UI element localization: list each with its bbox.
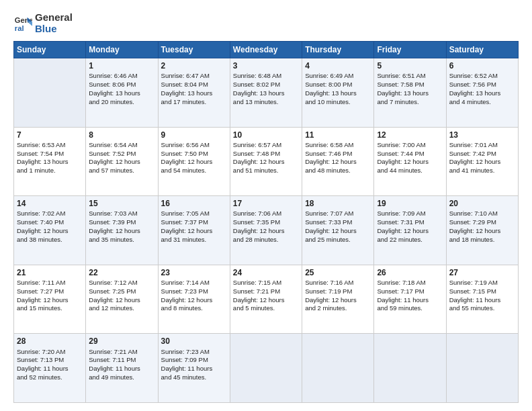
day-info: Sunrise: 7:06 AM — [233, 210, 299, 218]
day-number: 13 — [449, 130, 515, 140]
calendar-week-row: 14Sunrise: 7:02 AMSunset: 7:40 PMDayligh… — [14, 196, 519, 265]
day-info: Daylight: 11 hours — [17, 365, 83, 373]
day-number: 11 — [305, 130, 371, 140]
day-info: Sunrise: 7:15 AM — [233, 279, 299, 287]
day-info: Sunset: 7:44 PM — [377, 150, 443, 158]
day-info: and 5 minutes. — [233, 304, 299, 313]
day-number: 17 — [233, 198, 299, 209]
day-info: Daylight: 13 hours — [305, 89, 371, 98]
day-info: Sunrise: 7:11 AM — [17, 279, 83, 287]
day-info: Sunrise: 7:07 AM — [305, 210, 371, 218]
day-info: Sunset: 7:48 PM — [233, 150, 299, 158]
calendar-header-wednesday: Wednesday — [230, 42, 302, 58]
day-info: Sunrise: 7:23 AM — [161, 348, 227, 357]
day-number: 6 — [449, 60, 515, 71]
calendar-cell: 28Sunrise: 7:20 AMSunset: 7:13 PMDayligh… — [14, 334, 86, 403]
day-info: Sunrise: 6:56 AM — [161, 141, 227, 150]
header: Gene ral General Blue — [13, 12, 519, 34]
calendar-cell — [302, 334, 374, 403]
day-info: Sunset: 7:33 PM — [305, 218, 371, 227]
day-info: Sunrise: 6:46 AM — [89, 72, 154, 81]
day-number: 27 — [449, 267, 515, 278]
calendar-week-row: 21Sunrise: 7:11 AMSunset: 7:27 PMDayligh… — [14, 265, 519, 334]
day-info: Daylight: 12 hours — [305, 296, 371, 305]
day-info: Daylight: 11 hours — [377, 296, 443, 305]
calendar-header-tuesday: Tuesday — [158, 42, 230, 58]
calendar-cell: 7Sunrise: 6:53 AMSunset: 7:54 PMDaylight… — [14, 127, 86, 196]
calendar-cell: 3Sunrise: 6:48 AMSunset: 8:02 PMDaylight… — [230, 58, 302, 128]
day-info: and 12 minutes. — [89, 304, 154, 313]
day-number: 19 — [377, 198, 443, 209]
calendar-cell: 4Sunrise: 6:49 AMSunset: 8:00 PMDaylight… — [302, 58, 374, 128]
calendar-header-friday: Friday — [374, 42, 446, 58]
day-info: Sunset: 7:39 PM — [89, 218, 154, 227]
calendar-cell: 18Sunrise: 7:07 AMSunset: 7:33 PMDayligh… — [302, 196, 374, 265]
calendar-cell — [14, 58, 86, 128]
day-info: Sunrise: 7:19 AM — [449, 279, 515, 287]
day-info: Sunrise: 7:01 AM — [449, 141, 515, 150]
day-info: Sunset: 7:19 PM — [305, 287, 371, 296]
day-number: 10 — [233, 130, 299, 140]
day-number: 2 — [161, 60, 227, 71]
day-info: Daylight: 13 hours — [233, 89, 299, 98]
day-info: Sunrise: 7:10 AM — [449, 210, 515, 218]
calendar-cell: 8Sunrise: 6:54 AMSunset: 7:52 PMDaylight… — [86, 127, 158, 196]
day-number: 24 — [233, 267, 299, 278]
calendar-cell: 26Sunrise: 7:18 AMSunset: 7:17 PMDayligh… — [374, 265, 446, 334]
day-info: and 8 minutes. — [161, 304, 227, 313]
day-info: and 1 minute. — [17, 167, 83, 175]
day-info: and 48 minutes. — [305, 167, 371, 175]
day-info: and 41 minutes. — [449, 167, 515, 175]
day-info: Daylight: 12 hours — [161, 296, 227, 305]
day-info: and 2 minutes. — [305, 304, 371, 313]
day-info: Daylight: 11 hours — [449, 296, 515, 305]
day-info: Sunrise: 6:58 AM — [305, 141, 371, 150]
day-info: and 45 minutes. — [161, 373, 227, 382]
day-info: Sunrise: 7:20 AM — [17, 348, 83, 357]
day-info: Sunset: 7:29 PM — [449, 218, 515, 227]
day-info: Sunset: 7:15 PM — [449, 287, 515, 296]
day-info: Daylight: 13 hours — [17, 158, 83, 167]
day-info: Daylight: 12 hours — [161, 227, 227, 236]
day-number: 28 — [17, 336, 83, 347]
day-number: 12 — [377, 130, 443, 140]
day-number: 30 — [161, 336, 227, 347]
day-info: Sunrise: 6:53 AM — [17, 141, 83, 150]
day-info: Daylight: 13 hours — [449, 89, 515, 98]
day-info: Daylight: 12 hours — [233, 296, 299, 305]
calendar-cell: 30Sunrise: 7:23 AMSunset: 7:09 PMDayligh… — [158, 334, 230, 403]
day-info: Sunrise: 7:00 AM — [377, 141, 443, 150]
calendar-cell — [446, 334, 518, 403]
day-info: and 13 minutes. — [233, 98, 299, 107]
day-info: Sunrise: 7:21 AM — [89, 348, 154, 357]
day-info: and 28 minutes. — [233, 236, 299, 244]
calendar-cell — [230, 334, 302, 403]
day-info: Sunset: 7:17 PM — [377, 287, 443, 296]
calendar-cell — [374, 334, 446, 403]
day-info: and 54 minutes. — [161, 167, 227, 175]
day-info: Sunrise: 7:18 AM — [377, 279, 443, 287]
page: Gene ral General Blue SundayMondayTuesda… — [0, 0, 532, 411]
day-info: Daylight: 12 hours — [89, 158, 154, 167]
day-info: and 10 minutes. — [305, 98, 371, 107]
calendar-header-row: SundayMondayTuesdayWednesdayThursdayFrid… — [14, 42, 519, 58]
day-info: and 59 minutes. — [377, 304, 443, 313]
calendar-cell: 13Sunrise: 7:01 AMSunset: 7:42 PMDayligh… — [446, 127, 518, 196]
day-info: Sunset: 7:21 PM — [233, 287, 299, 296]
day-info: Sunset: 8:00 PM — [305, 81, 371, 89]
logo-text-line1: General — [35, 12, 73, 24]
day-info: Daylight: 12 hours — [449, 227, 515, 236]
calendar-cell: 25Sunrise: 7:16 AMSunset: 7:19 PMDayligh… — [302, 265, 374, 334]
calendar-cell: 11Sunrise: 6:58 AMSunset: 7:46 PMDayligh… — [302, 127, 374, 196]
day-info: and 31 minutes. — [161, 236, 227, 244]
day-info: Daylight: 12 hours — [89, 227, 154, 236]
svg-text:ral: ral — [15, 24, 24, 32]
calendar-cell: 19Sunrise: 7:09 AMSunset: 7:31 PMDayligh… — [374, 196, 446, 265]
calendar-header-sunday: Sunday — [14, 42, 86, 58]
day-number: 22 — [89, 267, 154, 278]
day-info: Sunset: 7:37 PM — [161, 218, 227, 227]
day-info: Daylight: 12 hours — [17, 296, 83, 305]
day-info: and 4 minutes. — [449, 98, 515, 107]
day-number: 23 — [161, 267, 227, 278]
calendar-cell: 5Sunrise: 6:51 AMSunset: 7:58 PMDaylight… — [374, 58, 446, 128]
